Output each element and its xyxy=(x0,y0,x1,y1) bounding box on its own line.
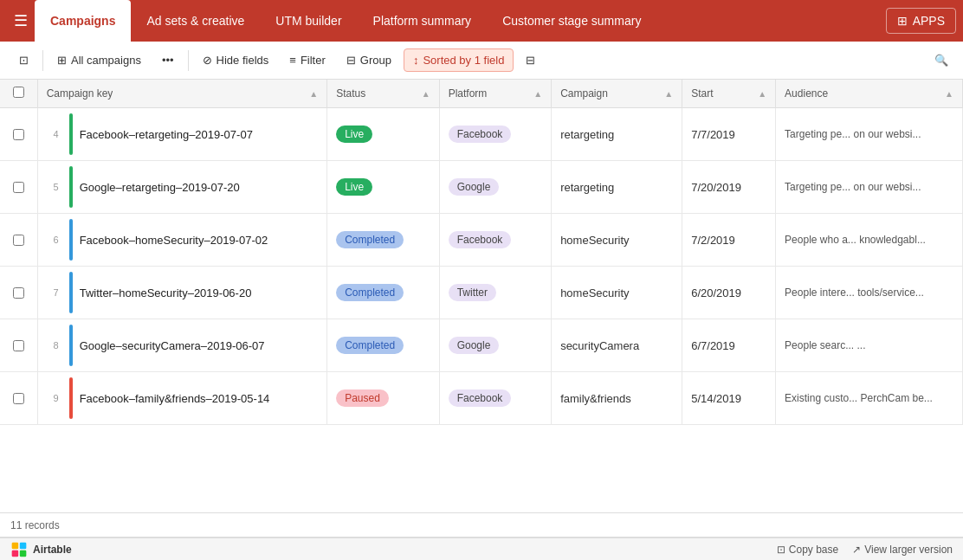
table-row[interactable]: 7Twitter–homeSecurity–2019-06-20Complete… xyxy=(0,267,963,319)
nav-tab-adsets[interactable]: Ad sets & creative xyxy=(131,0,260,42)
start-cell: 7/7/2019 xyxy=(682,108,776,161)
table-row[interactable]: 9Facebook–family&friends–2019-05-14Pause… xyxy=(0,372,963,425)
nav-tab-campaigns[interactable]: Campaigns xyxy=(35,0,131,42)
campaigns-table: Campaign key ▲ Status ▲ Platform ▲ xyxy=(0,80,963,425)
status-badge: Paused xyxy=(336,389,389,407)
platform-cell: Facebook xyxy=(439,108,551,161)
checkbox-header[interactable] xyxy=(0,80,37,108)
start-date-text: 7/20/2019 xyxy=(682,161,775,213)
audience-text: Targeting pe... on our websi... xyxy=(776,161,962,213)
toolbar-divider-1 xyxy=(42,50,43,71)
filter-button[interactable]: ≡ Filter xyxy=(281,49,333,71)
apps-grid-icon: ⊞ xyxy=(897,14,908,28)
campaign-cell: homeSecurity xyxy=(552,214,682,267)
row-color-bar xyxy=(69,113,73,155)
status-cell: Completed xyxy=(327,267,439,319)
sidebar-toggle-button[interactable]: ⊡ xyxy=(10,49,37,71)
select-all-checkbox[interactable] xyxy=(13,87,24,98)
row-checkbox[interactable] xyxy=(13,393,24,404)
campaign-key-text: Google–retargeting–2019-07-20 xyxy=(80,181,240,194)
view-larger-button[interactable]: ↗ View larger version xyxy=(852,544,953,556)
table-icon: ⊞ xyxy=(57,54,67,67)
toolbar: ⊡ ⊞ All campaigns ••• ⊘ Hide fields ≡ Fi… xyxy=(0,42,963,80)
hide-fields-button[interactable]: ⊘ Hide fields xyxy=(194,49,278,71)
platform-cell: Facebook xyxy=(439,214,551,267)
campaign-cell: retargeting xyxy=(552,108,682,161)
group-button[interactable]: ⊟ Group xyxy=(338,49,400,71)
campaign-text: homeSecurity xyxy=(552,214,682,266)
platform-badge: Twitter xyxy=(449,284,496,301)
row-color-bar xyxy=(69,219,73,261)
row-checkbox[interactable] xyxy=(13,182,24,193)
start-date-text: 5/14/2019 xyxy=(682,372,775,424)
airtable-logo-icon xyxy=(10,541,28,558)
table-row[interactable]: 4Facebook–retargeting–2019-07-07LiveFace… xyxy=(0,108,963,161)
row-checkbox[interactable] xyxy=(13,235,24,246)
sidebar-icon: ⊡ xyxy=(19,54,29,67)
column-header-status[interactable]: Status ▲ xyxy=(327,80,439,108)
platform-cell: Twitter xyxy=(439,267,551,319)
audience-text: Targeting pe... on our websi... xyxy=(776,108,962,160)
campaign-text: retargeting xyxy=(552,161,682,213)
row-checkbox-cell[interactable] xyxy=(0,161,37,214)
status-badge: Completed xyxy=(336,337,404,354)
nav-tab-utm[interactable]: UTM builder xyxy=(260,0,357,42)
nav-tab-platform[interactable]: Platform summary xyxy=(358,0,488,42)
hamburger-icon[interactable]: ☰ xyxy=(7,4,35,37)
search-icon: 🔍 xyxy=(934,54,948,67)
row-checkbox-cell[interactable] xyxy=(0,108,37,161)
row-number: 5 xyxy=(47,182,62,192)
campaign-cell: securityCamera xyxy=(552,319,682,372)
start-cell: 7/2/2019 xyxy=(682,214,776,267)
row-checkbox[interactable] xyxy=(13,287,24,299)
more-options-button[interactable]: ••• xyxy=(153,49,183,71)
audience-text: People who a... knowledgabl... xyxy=(776,214,962,266)
table-row[interactable]: 8Google–securityCamera–2019-06-07Complet… xyxy=(0,319,963,372)
status-cell: Completed xyxy=(327,214,439,267)
status-badge: Live xyxy=(336,178,372,196)
copy-base-button[interactable]: ⊡ Copy base xyxy=(777,544,838,556)
search-button[interactable]: 🔍 xyxy=(930,49,953,71)
sort-button[interactable]: ↕ Sorted by 1 field xyxy=(404,48,514,72)
group-icon: ⊟ xyxy=(346,54,356,67)
platform-badge: Google xyxy=(449,337,500,354)
all-campaigns-button[interactable]: ⊞ All campaigns xyxy=(48,49,150,71)
row-checkbox[interactable] xyxy=(13,129,24,140)
audience-cell: People searc... ... xyxy=(776,319,963,372)
column-header-audience[interactable]: Audience ▲ xyxy=(776,80,963,108)
row-checkbox-cell[interactable] xyxy=(0,214,37,267)
row-checkbox[interactable] xyxy=(13,340,24,351)
audience-cell: Targeting pe... on our websi... xyxy=(776,108,963,161)
audience-text: Existing custo... PerchCam be... xyxy=(776,372,962,424)
density-button[interactable]: ⊟ xyxy=(517,49,544,71)
copy-icon: ⊡ xyxy=(777,544,785,556)
table-row[interactable]: 5Google–retargeting–2019-07-20LiveGoogle… xyxy=(0,161,963,214)
platform-cell: Google xyxy=(439,161,551,214)
column-header-start[interactable]: Start ▲ xyxy=(682,80,776,108)
table-header-row: Campaign key ▲ Status ▲ Platform ▲ xyxy=(0,80,963,108)
status-cell: Live xyxy=(327,108,439,161)
nav-tab-customer[interactable]: Customer stage summary xyxy=(487,0,656,42)
row-checkbox-cell[interactable] xyxy=(0,319,37,372)
filter-icon: ≡ xyxy=(289,54,296,67)
footer-actions: ⊡ Copy base ↗ View larger version xyxy=(777,544,953,556)
campaign-key-cell: 6Facebook–homeSecurity–2019-07-02 xyxy=(37,214,327,267)
start-cell: 7/20/2019 xyxy=(682,161,776,214)
campaign-key-cell: 7Twitter–homeSecurity–2019-06-20 xyxy=(37,267,327,319)
column-header-campaign[interactable]: Campaign ▲ xyxy=(552,80,682,108)
start-cell: 5/14/2019 xyxy=(682,372,776,425)
table-row[interactable]: 6Facebook–homeSecurity–2019-07-02Complet… xyxy=(0,214,963,267)
audience-cell: Targeting pe... on our websi... xyxy=(776,161,963,214)
column-header-platform[interactable]: Platform ▲ xyxy=(439,80,551,108)
apps-button[interactable]: ⊞ APPS xyxy=(886,8,956,34)
campaign-key-cell: 9Facebook–family&friends–2019-05-14 xyxy=(37,372,327,425)
row-checkbox-cell[interactable] xyxy=(0,372,37,425)
campaign-text: family&friends xyxy=(552,372,682,424)
start-cell: 6/20/2019 xyxy=(682,267,776,319)
hide-fields-icon: ⊘ xyxy=(203,54,212,67)
column-header-key[interactable]: Campaign key ▲ xyxy=(37,80,327,108)
platform-badge: Google xyxy=(449,178,500,196)
density-icon: ⊟ xyxy=(526,54,535,67)
campaign-key-cell: 8Google–securityCamera–2019-06-07 xyxy=(37,319,327,372)
row-checkbox-cell[interactable] xyxy=(0,267,37,319)
